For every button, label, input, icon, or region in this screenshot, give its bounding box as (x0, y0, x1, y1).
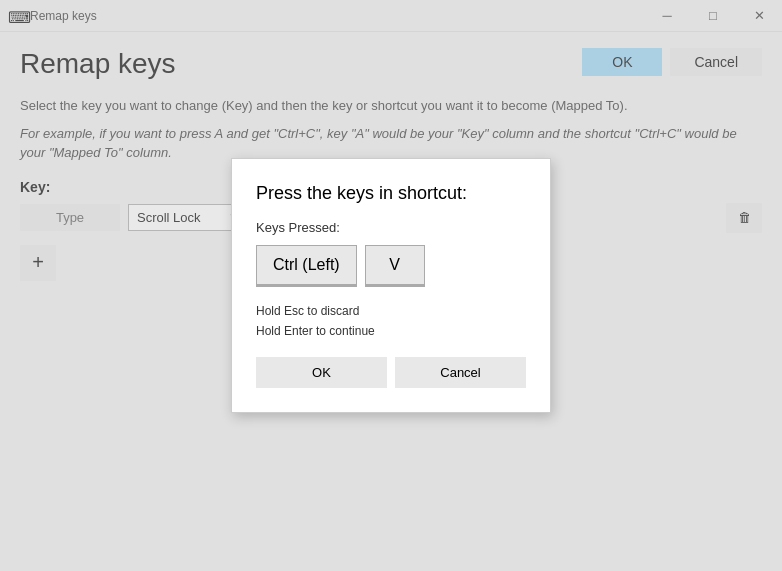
key-chip-v: V (365, 245, 425, 285)
dialog-buttons: OK Cancel (256, 357, 526, 388)
dialog-cancel-button[interactable]: Cancel (395, 357, 526, 388)
dialog-keys-label: Keys Pressed: (256, 220, 526, 235)
shortcut-dialog: Press the keys in shortcut: Keys Pressed… (231, 158, 551, 414)
dialog-title: Press the keys in shortcut: (256, 183, 526, 204)
dialog-hints: Hold Esc to discard Hold Enter to contin… (256, 301, 526, 342)
key-chip-ctrl: Ctrl (Left) (256, 245, 357, 285)
hint-esc: Hold Esc to discard (256, 301, 526, 321)
dialog-ok-button[interactable]: OK (256, 357, 387, 388)
hint-enter: Hold Enter to continue (256, 321, 526, 341)
dialog-overlay: Press the keys in shortcut: Keys Pressed… (0, 0, 782, 571)
dialog-keys: Ctrl (Left) V (256, 245, 526, 285)
